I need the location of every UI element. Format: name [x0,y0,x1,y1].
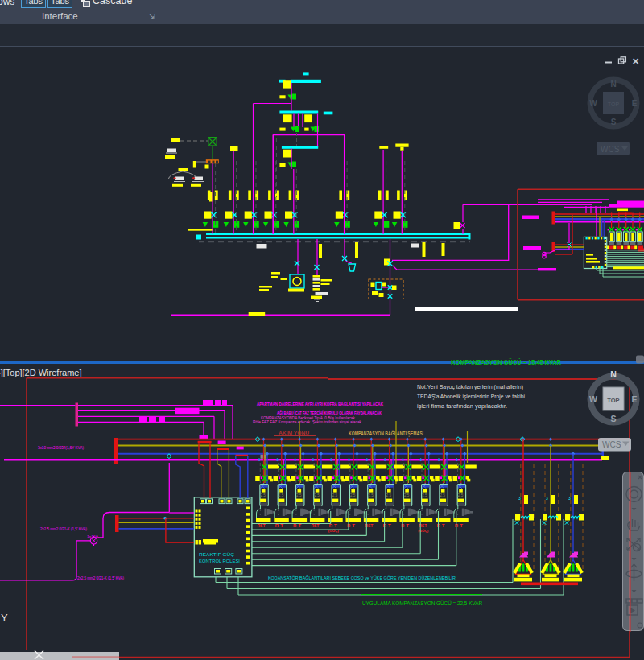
svg-text:2,5: 2,5 [296,493,302,497]
svg-text:KOMPANZASYON BAĞLANTI ŞEMASI: KOMPANZASYON BAĞLANTI ŞEMASI [349,430,423,437]
svg-text:-][Top][2D Wireframe]: -][Top][2D Wireframe] [0,368,82,377]
svg-text:2,5: 2,5 [314,493,320,497]
svg-text:3: 3 [518,496,521,501]
svg-text:W: W [589,394,597,404]
svg-text:2,5: 2,5 [279,493,284,497]
svg-text:RST: RST [258,524,266,528]
svg-text:Röle FAZ FAZ Kompanze edecek.: Röle FAZ FAZ Kompanze edecek. Şekim traf… [253,419,361,424]
svg-text:R-T: R-T [329,524,337,528]
svg-text:E: E [631,394,637,404]
svg-text:AĞI BABU İÇAT FAZ TERCİHİ KURU: AĞI BABU İÇAT FAZ TERCİHİ KURULU OLARAK … [277,410,382,415]
svg-text:RST: RST [311,524,319,528]
svg-text:Not:Yeni Sayoç takılan yerleri: Not:Yeni Sayoç takılan yerlerin (mahalle… [417,383,523,390]
svg-text:2x2.5 mm2 0/21-K (1,5' KVA): 2x2.5 mm2 0/21-K (1,5' KVA) [40,526,87,531]
svg-text:(GÜÇ): (GÜÇ) [418,529,429,533]
svg-text:2,5: 2,5 [368,493,374,497]
svg-text:TEDAŞ'a Abonelik işlemlerinin: TEDAŞ'a Abonelik işlemlerinin Proje ve t… [417,393,525,400]
svg-text:KODANSATÖR BAĞLANTILARI ŞEBEKE: KODANSATÖR BAĞLANTILARI ŞEBEKE COSQ ve Y… [268,575,456,580]
svg-text:APARTMAN DAİRELERİNE AYRI AYRI: APARTMAN DAİRELERİNE AYRI AYRI KOFRA BAĞ… [257,401,384,406]
svg-text:KOMPANZASYON GÜCÜ = 15,45 KV: KOMPANZASYON GÜCÜ = 15,45 KVAR [451,358,562,366]
svg-text:S: S [610,414,616,423]
svg-text:3: 3 [546,496,548,501]
svg-text:KONTROL RÖLESİ: KONTROL RÖLESİ [199,559,240,563]
svg-text:2,5: 2,5 [386,493,392,497]
svg-text:3: 3 [568,496,571,501]
svg-text:2,5: 2,5 [422,493,427,497]
svg-text:UYGULAMA KOMPANZASYON GÜCÜ =: UYGULAMA KOMPANZASYON GÜCÜ = 22,5 KVAR [362,600,482,607]
svg-text:2,5: 2,5 [350,493,356,497]
svg-text:R-T: R-T [293,524,301,528]
svg-text:AKIM YÖNÜ: AKIM YÖNÜ [279,430,310,435]
svg-text:2,5: 2,5 [261,493,266,497]
svg-text:WCS: WCS [602,440,621,449]
svg-text:işleri firma tarafından yapıla: işleri firma tarafından yapılacaktır. [417,402,507,410]
svg-text:Y: Y [1,612,8,624]
svg-text:REAKTİF GÜÇ: REAKTİF GÜÇ [199,552,235,557]
svg-text:R-T: R-T [275,524,283,528]
svg-text:2,5: 2,5 [404,493,410,497]
svg-text:1x16A: 1x16A [87,534,98,538]
svg-text:2,5: 2,5 [458,493,464,497]
svg-text:TOP: TOP [607,397,619,404]
svg-text:2,5: 2,5 [440,493,446,497]
svg-text:2x2.5 mm2 0/21-K (1,5' KVA): 2x2.5 mm2 0/21-K (1,5' KVA) [77,575,124,580]
svg-text:N: N [610,369,617,379]
svg-text:2,5: 2,5 [332,493,338,497]
svg-text:3x10 mm2 0/234(1,5Y KVA): 3x10 mm2 0/234(1,5Y KVA) [38,445,84,450]
